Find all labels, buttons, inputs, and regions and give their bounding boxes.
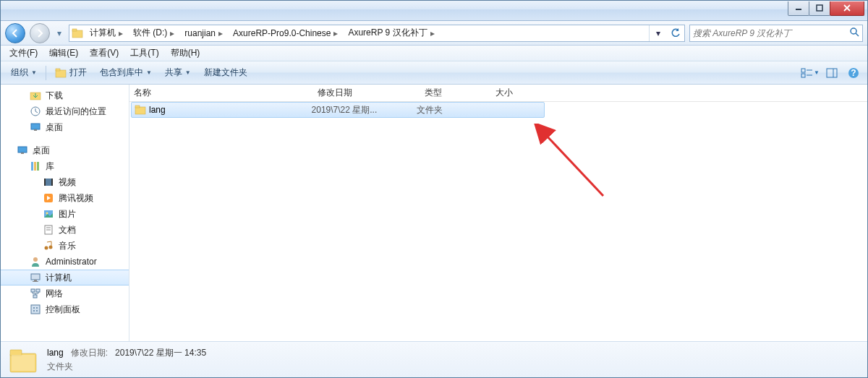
network-icon — [30, 288, 41, 299]
address-bar[interactable]: 计算机▸ 软件 (D:)▸ ruanjian▸ AxureRP-Pro9.0-C… — [69, 25, 685, 42]
folder-icon — [135, 104, 146, 116]
menu-help[interactable]: 帮助(H) — [165, 46, 206, 61]
column-size[interactable]: 大小 — [491, 87, 549, 99]
svg-rect-40 — [34, 280, 37, 281]
sidebar-label: 腾讯视频 — [59, 192, 93, 205]
maximize-button[interactable] — [809, 1, 830, 16]
crumb-drive[interactable]: 软件 (D:)▸ — [129, 25, 180, 41]
file-list[interactable]: lang 2019\7\22 星期... 文件夹 — [129, 102, 867, 341]
crumb-computer[interactable]: 计算机▸ — [85, 25, 129, 41]
svg-rect-22 — [18, 147, 27, 153]
recent-icon — [30, 106, 41, 117]
sidebar-item-network[interactable]: 网络 — [1, 285, 129, 301]
crumb-ruanjian[interactable]: ruanjian▸ — [180, 25, 229, 41]
download-icon — [30, 90, 41, 101]
sidebar-label: 图片 — [59, 208, 76, 220]
svg-rect-10 — [801, 69, 805, 72]
sidebar-item-libraries[interactable]: 库 — [1, 158, 129, 174]
history-dropdown[interactable]: ▾ — [54, 23, 64, 43]
svg-point-6 — [851, 28, 856, 34]
sidebar-item-downloads[interactable]: 下载 — [1, 87, 129, 103]
sidebar-label: 下载 — [46, 90, 63, 102]
status-date: 2019\7\22 星期一 14:35 — [115, 347, 206, 359]
search-box[interactable] — [689, 25, 863, 42]
back-button[interactable] — [5, 23, 25, 43]
search-input[interactable] — [693, 28, 849, 38]
sidebar-item-desktop-quick[interactable]: 桌面 — [1, 119, 129, 135]
crumb-axure[interactable]: AxureRP-Pro9.0-Chinese▸ — [229, 25, 344, 41]
open-button[interactable]: 打开 — [49, 64, 93, 82]
toolbar: 组织 ▼ 打开 包含到库中 ▼ 共享 ▼ 新建文件夹 ▼ ? — [1, 61, 867, 85]
svg-rect-9 — [56, 69, 60, 71]
content-pane: 名称 修改日期 类型 大小 lang 2019\7\22 星期... 文件夹 — [129, 85, 867, 341]
column-type[interactable]: 类型 — [420, 87, 491, 99]
preview-pane-button[interactable] — [822, 65, 841, 81]
sidebar-item-recent[interactable]: 最近访问的位置 — [1, 103, 129, 119]
sidebar-item-pictures[interactable]: 图片 — [1, 206, 129, 222]
view-options-button[interactable]: ▼ — [801, 65, 820, 81]
close-button[interactable] — [830, 1, 864, 16]
svg-point-32 — [46, 212, 48, 215]
svg-point-38 — [33, 257, 38, 262]
help-button[interactable]: ? — [844, 65, 863, 81]
svg-rect-21 — [34, 129, 37, 131]
sidebar-label: 音乐 — [59, 240, 76, 252]
svg-rect-39 — [31, 274, 40, 280]
menu-tools[interactable]: 工具(T) — [124, 46, 164, 61]
titlebar — [1, 1, 867, 21]
file-type: 文件夹 — [417, 104, 487, 116]
sidebar-label: 计算机 — [46, 272, 72, 284]
computer-icon — [30, 272, 41, 283]
column-date[interactable]: 修改日期 — [313, 87, 420, 99]
list-item[interactable]: lang 2019\7\22 星期... 文件夹 — [131, 102, 545, 118]
file-name: lang — [149, 105, 166, 115]
crumb-patch[interactable]: AxureRP 9 汉化补丁▸ — [344, 25, 440, 41]
status-type: 文件夹 — [47, 361, 73, 371]
organize-button[interactable]: 组织 ▼ — [5, 64, 43, 82]
refresh-button[interactable] — [667, 25, 684, 41]
file-date: 2019\7\22 星期... — [312, 104, 417, 116]
menu-edit[interactable]: 编辑(E) — [43, 46, 84, 61]
sidebar-item-tencent-video[interactable]: 腾讯视频 — [1, 190, 129, 206]
svg-rect-41 — [33, 281, 38, 282]
menu-file[interactable]: 文件(F) — [4, 46, 43, 61]
svg-point-49 — [36, 310, 38, 312]
svg-rect-11 — [801, 74, 805, 77]
sidebar-item-control-panel[interactable]: 控制面板 — [1, 301, 129, 317]
include-in-library-button[interactable]: 包含到库中 ▼ — [94, 64, 158, 82]
sidebar-item-desktop-root[interactable]: 桌面 — [1, 142, 129, 158]
new-folder-button[interactable]: 新建文件夹 — [198, 64, 253, 82]
control-panel-icon — [30, 304, 41, 315]
svg-rect-51 — [135, 106, 140, 108]
music-icon — [43, 240, 54, 252]
sidebar-label: 文档 — [59, 224, 76, 236]
sidebar-item-music[interactable]: 音乐 — [1, 238, 129, 254]
address-dropdown[interactable]: ▾ — [650, 25, 667, 41]
svg-point-46 — [33, 307, 35, 309]
sidebar-label: 视频 — [59, 176, 76, 189]
svg-rect-24 — [31, 162, 33, 171]
svg-text:?: ? — [851, 68, 856, 78]
sidebar-item-documents[interactable]: 文档 — [1, 222, 129, 238]
minimize-button[interactable] — [788, 1, 809, 16]
video-icon — [43, 176, 54, 188]
sidebar-item-computer[interactable]: 计算机 — [1, 270, 129, 285]
search-icon[interactable] — [849, 27, 859, 39]
menubar: 文件(F) 编辑(E) 查看(V) 工具(T) 帮助(H) — [1, 46, 867, 61]
sidebar-item-videos[interactable]: 视频 — [1, 174, 129, 190]
pictures-icon — [43, 208, 54, 220]
menu-view[interactable]: 查看(V) — [84, 46, 124, 61]
share-button[interactable]: 共享 ▼ — [159, 64, 197, 82]
forward-button[interactable] — [30, 23, 50, 43]
column-name[interactable]: 名称 — [129, 87, 313, 99]
svg-rect-23 — [21, 153, 24, 154]
navigation-pane[interactable]: 下载 最近访问的位置 桌面 桌面 库 — [1, 85, 129, 341]
svg-rect-28 — [44, 179, 46, 186]
svg-line-3 — [844, 5, 850, 11]
svg-rect-14 — [827, 69, 837, 77]
svg-rect-5 — [72, 29, 77, 31]
svg-rect-4 — [72, 30, 82, 38]
sidebar-item-administrator[interactable]: Administrator — [1, 254, 129, 270]
sidebar-label: 桌面 — [46, 121, 63, 134]
svg-rect-25 — [34, 162, 36, 171]
